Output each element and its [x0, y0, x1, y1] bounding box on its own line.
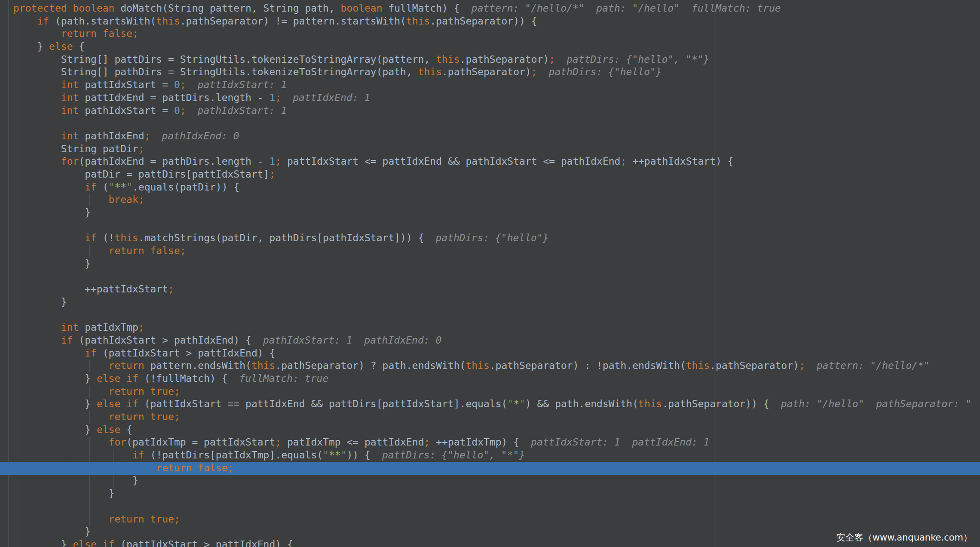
code-line[interactable]: } [13, 296, 980, 309]
code-line[interactable]: } [13, 206, 980, 219]
code-line[interactable]: } [13, 258, 980, 270]
code-line[interactable]: for(patIdxTmp = pattIdxStart; patIdxTmp … [13, 436, 980, 449]
code-token: return true; [109, 386, 180, 397]
code-line[interactable]: if (pattIdxStart > pattIdxEnd) { [13, 347, 980, 360]
code-token: pattern.endsWith( [144, 360, 251, 371]
code-token: patIdxTmp <= pattIdxEnd [281, 436, 424, 448]
code-token: if [85, 232, 97, 243]
code-token: .pathSeparator) [442, 66, 531, 77]
code-line[interactable] [13, 219, 980, 232]
code-line[interactable]: for(pathIdxEnd = pathDirs.length - 1; pa… [13, 155, 980, 168]
code-token: } [13, 258, 91, 269]
code-line[interactable]: int pattIdxStart = 0;pattIdxStart: 1 [13, 79, 980, 92]
code-line[interactable]: } [13, 474, 980, 487]
code-line[interactable]: } else if (!fullMatch) {fullMatch: true [13, 372, 980, 385]
code-token: ; [620, 156, 626, 167]
code-line[interactable]: } else { [13, 40, 980, 53]
code-token: break; [109, 194, 144, 205]
debugger-inline-value: pathIdxEnd: 0 [162, 130, 239, 141]
code-line[interactable] [13, 309, 980, 322]
code-area[interactable]: protected boolean doMatch(String pattern… [13, 2, 980, 547]
code-line[interactable]: patDir = pattDirs[pattIdxStart]; [13, 168, 980, 181]
code-token: " [519, 398, 525, 409]
code-line[interactable]: protected boolean doMatch(String pattern… [13, 2, 980, 15]
code-token: ( [97, 181, 109, 193]
code-token: .matchStrings(patDir, pathDirs[pathIdxSt… [138, 232, 424, 243]
code-token: else if [97, 398, 138, 409]
code-line[interactable]: if (pathIdxStart > pathIdxEnd) {pathIdxS… [13, 334, 980, 347]
code-token: .pathSeparator)) { [662, 398, 769, 409]
code-token: for [61, 156, 79, 167]
code-token: (patIdxTmp = pattIdxStart [126, 436, 275, 448]
code-line[interactable]: if ("**".equals(patDir)) { [13, 181, 980, 194]
code-line[interactable]: String[] pathDirs = StringUtils.tokenize… [13, 66, 980, 79]
code-token: doMatch(String pattern, String path, [120, 3, 340, 14]
code-token: } [13, 488, 114, 499]
code-editor[interactable]: protected boolean doMatch(String pattern… [0, 0, 980, 547]
code-line[interactable]: String patDir; [13, 143, 980, 156]
code-token: if [37, 15, 49, 27]
code-token: if [61, 335, 73, 346]
code-line[interactable]: return true; [13, 513, 980, 526]
code-token: if [85, 347, 97, 359]
code-line[interactable]: ++pattIdxStart; [13, 283, 980, 296]
code-token: ; [138, 143, 144, 154]
code-token: } [13, 373, 97, 384]
code-token: .pathSeparator)) { [430, 15, 537, 27]
code-line[interactable]: int patIdxTmp; [13, 321, 980, 334]
code-line[interactable] [13, 270, 980, 283]
code-line[interactable]: return false; [13, 245, 980, 258]
code-token: .pathSeparator) [460, 54, 549, 65]
code-token [13, 15, 37, 27]
code-token: .pathSeparator) ? path.endsWith( [275, 360, 466, 371]
code-line[interactable]: return false; [13, 462, 980, 475]
code-line[interactable]: } else { [13, 424, 980, 436]
code-token: pattIdxEnd = pattDirs.length - [79, 92, 269, 103]
code-token: ** [329, 449, 341, 461]
code-token [13, 28, 61, 39]
code-token: } [13, 424, 97, 435]
code-token: this [466, 360, 489, 371]
code-token: { [120, 424, 132, 435]
code-token: pathIdxEnd [79, 130, 144, 141]
code-token: ++patIdxTmp) { [430, 436, 519, 448]
code-token: ; [424, 436, 430, 448]
code-line[interactable]: } [13, 525, 980, 538]
code-token [13, 105, 61, 116]
debugger-inline-value: pattern: "/hello/*" [817, 360, 930, 371]
code-line[interactable]: break; [13, 194, 980, 206]
code-line[interactable]: int pattIdxEnd = pattDirs.length - 1;pat… [13, 92, 980, 104]
code-token: int [61, 92, 79, 103]
code-line[interactable]: return pattern.endsWith(this.pathSeparat… [13, 360, 980, 372]
code-line[interactable]: if (!pattDirs[patIdxTmp].equals("**")) {… [13, 449, 980, 462]
code-token: ** [114, 181, 126, 193]
debugger-inline-value: pathDirs: {"hello"} [435, 232, 548, 243]
code-token: int [61, 105, 79, 116]
code-token: else [97, 424, 120, 435]
debugger-inline-value: pattIdxEnd: 1 [293, 92, 370, 103]
code-line[interactable]: int pathIdxStart = 0;pathIdxStart: 1 [13, 104, 980, 117]
code-line[interactable] [13, 117, 980, 130]
code-token: ; [549, 54, 555, 65]
code-line[interactable]: String[] pattDirs = StringUtils.tokenize… [13, 53, 980, 66]
code-token: )) { [347, 449, 371, 461]
code-token: else if [73, 539, 114, 547]
code-line[interactable]: } else if (pattIdxStart == pattIdxEnd &&… [13, 398, 980, 411]
code-line[interactable]: if (!this.matchStrings(patDir, pathDirs[… [13, 232, 980, 245]
code-token: this [436, 54, 459, 65]
code-token [13, 92, 61, 103]
code-line[interactable]: if (path.startsWith(this.pathSeparator) … [13, 15, 980, 28]
code-line[interactable] [13, 500, 980, 513]
code-token: else [49, 41, 73, 52]
code-line[interactable]: int pathIdxEnd;pathIdxEnd: 0 [13, 130, 980, 143]
code-token: ; [275, 92, 281, 103]
code-line[interactable]: return false; [13, 28, 980, 40]
code-token: ++pathIdxStart) { [626, 156, 733, 167]
code-line[interactable]: return true; [13, 411, 980, 424]
code-token [13, 462, 156, 473]
code-token: .equals(patDir)) { [132, 181, 239, 193]
code-line[interactable]: } else if (pattIdxStart > pattIdxEnd) { [13, 538, 980, 547]
code-line[interactable]: } [13, 487, 980, 500]
code-token: else if [97, 373, 138, 384]
code-line[interactable]: return true; [13, 385, 980, 398]
